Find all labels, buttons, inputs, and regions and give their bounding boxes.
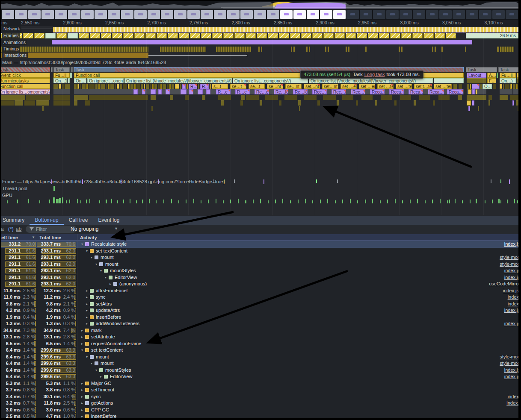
flame-event[interactable] [467,100,471,106]
network-requests-bar[interactable] [53,27,518,32]
filmstrip-screenshot[interactable] [254,10,266,19]
flame-event[interactable]: Reca…yle [447,89,463,94]
timing-marker[interactable] [500,47,514,52]
filmstrip-screenshot[interactable] [240,10,253,19]
total-time-cell[interactable]: 11.2 ms2.4 % [37,294,77,301]
self-time-cell[interactable]: 11.0 ms2.3 % [1,294,37,301]
frame-duration-badge[interactable]: 26.9 ms [466,33,518,38]
gpu-event[interactable] [417,199,418,203]
collapse-arrow-icon[interactable]: ▾ [94,261,98,268]
flame-event[interactable] [186,84,188,89]
frame-event-marker[interactable] [316,179,317,183]
activity-cell[interactable]: ▾Recalculate styleindex.js [77,241,518,248]
flame-event[interactable]: O… [483,84,492,89]
gpu-event[interactable] [425,200,426,203]
gpu-event[interactable] [462,200,463,203]
total-time-cell[interactable]: 293.1 ms62.0 % [37,267,77,274]
flame-event[interactable] [517,73,518,78]
self-time-cell[interactable]: 6.4 ms1.4 % [1,360,37,367]
flame-event[interactable] [160,84,162,89]
gpu-event[interactable] [136,200,137,203]
table-row[interactable]: 3.0 ms0.6 %3.0 ms0.6 %▸CPP GC [1,407,518,414]
table-row[interactable]: 1.9 ms0.4 %1.9 ms0.4 %▸insertBefore [1,314,518,321]
collapse-arrow-icon[interactable]: ▾ [99,267,103,274]
frame-block[interactable] [34,33,44,38]
flame-event[interactable] [472,89,475,94]
flame-event[interactable]: Task [498,67,518,72]
frame-event-marker[interactable] [500,179,501,183]
activity-cell[interactable]: ▾mountstyle-mod [77,354,518,361]
self-time-cell[interactable]: 11.9 ms2.5 % [1,288,37,294]
flame-event[interactable] [59,84,61,89]
gpu-event[interactable] [49,200,50,203]
frame-event-marker[interactable] [234,179,235,183]
expand-arrow-icon[interactable]: ▸ [85,301,89,308]
flame-event[interactable]: On…) [74,78,86,83]
flame-event[interactable] [115,84,116,89]
self-time-cell[interactable]: 9.8 ms2.1 % [1,301,37,308]
gpu-event[interactable] [470,200,471,203]
collapse-arrow-icon[interactable]: ▾ [85,354,89,361]
frame-block[interactable] [435,33,445,38]
flame-event[interactable] [77,84,79,89]
thread-pool-event[interactable] [53,186,55,191]
frame-block[interactable] [290,33,300,38]
filmstrip-screenshot[interactable] [41,10,54,19]
total-time-cell[interactable]: 4.2 ms0.9 % [37,307,77,314]
flame-event[interactable]: set …tent [377,84,394,89]
flame-event[interactable]: A… [487,73,496,78]
gpu-event[interactable] [447,200,448,203]
activity-cell[interactable]: ▾mountstyle-mod [77,254,518,261]
gpu-event[interactable] [312,200,313,203]
filmstrip-screenshot[interactable] [227,10,240,19]
activity-cell[interactable]: ▸setTimeout [77,387,518,394]
flame-event[interactable]: R…e [216,89,231,94]
gpu-event[interactable] [99,200,100,203]
flame-event[interactable] [342,95,353,100]
flame-event[interactable]: Reca…yle [370,89,385,94]
table-row[interactable]: 4.2 ms0.9 %4.2 ms0.9 %▸updateAttrsindex.… [1,307,518,314]
flame-event[interactable] [375,100,377,106]
flame-event[interactable] [459,84,462,89]
source-link[interactable]: index.js [504,367,518,374]
flame-event[interactable]: se…nt [267,84,283,89]
flame-event[interactable]: set…nt [322,84,338,89]
expand-arrow-icon[interactable]: ▸ [80,380,84,387]
gpu-event[interactable] [156,200,157,203]
total-time-cell[interactable]: 299.6 ms63.3 % [37,354,77,361]
flame-event[interactable]: On ignore list…components\/) [233,78,308,83]
flame-event[interactable] [36,100,49,106]
frame-block[interactable] [190,33,200,38]
gpu-event[interactable] [201,200,201,203]
frame-block[interactable] [23,33,33,38]
expand-arrow-icon[interactable]: ▸ [80,413,84,418]
flame-event[interactable] [170,95,173,100]
timing-marker[interactable] [1,47,148,52]
total-time-cell[interactable]: 3.0 ms0.6 % [37,407,77,414]
filmstrip-screenshot[interactable] [466,10,478,19]
flame-event[interactable] [414,100,416,106]
flame-event[interactable] [53,84,58,89]
header-col-divider[interactable] [77,234,77,241]
timing-marker[interactable] [293,47,295,52]
self-time-cell[interactable]: 3.0 ms0.6 % [1,407,37,414]
activity-cell[interactable]: ▸setAttrsindex. [77,301,518,308]
flame-event[interactable]: Task [466,67,497,72]
activity-cell[interactable]: ▸CPP GC [77,407,518,414]
flame-event[interactable]: R… [200,84,209,89]
flame-event[interactable] [1,100,14,106]
source-link[interactable]: style-mod [500,261,518,268]
flame-event[interactable] [1,95,25,100]
flame-event[interactable] [323,95,336,100]
frame-block[interactable] [45,33,56,38]
table-row[interactable]: 3.4 ms0.7 %30.1 ms6.4 %▸syncindex. [1,394,518,400]
gpu-event[interactable] [500,200,501,203]
flame-event[interactable] [117,84,119,89]
table-row[interactable]: 13.1 ms2.8 %13.1 ms2.8 %▸setAttribute [1,334,518,341]
table-row[interactable]: 6.4 ms1.4 %299.6 ms63.3 %▾mountstyle-mod [1,354,518,361]
flame-event[interactable] [510,84,512,89]
frame-block[interactable] [90,33,100,38]
activity-header[interactable]: Activity [80,235,97,241]
frame-block[interactable] [323,33,334,38]
flame-event[interactable]: On ignore lis…omponents\/) [1,89,50,94]
